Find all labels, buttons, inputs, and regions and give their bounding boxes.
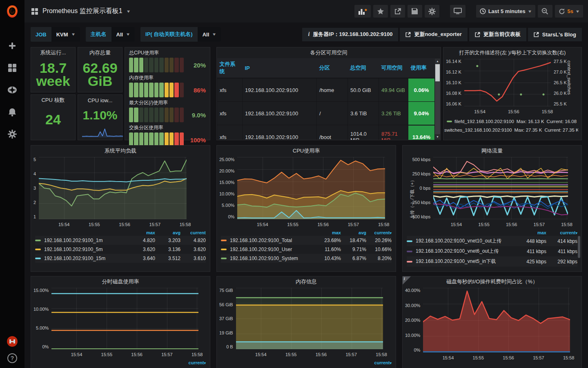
plus-icon xyxy=(8,42,16,50)
legend-item[interactable]: 192.168.100.202:9100_Total23.68%18.47%20… xyxy=(221,236,392,245)
right-axis-label: context_switches xyxy=(567,59,572,106)
legend-item[interactable]: 192.168.100.202:9100_User11.60%9.71%10.6… xyxy=(221,245,392,254)
col-total[interactable]: 总空间 xyxy=(348,58,379,78)
panel-cpu-cores[interactable]: CPU 核数 24 xyxy=(31,94,76,140)
compass-icon xyxy=(7,85,17,95)
gauge-label: 内存使用率 xyxy=(129,74,206,81)
gauge-segment xyxy=(159,108,163,122)
x-axis-ticks: 15:5415:5515:5615:5715:58 xyxy=(236,352,383,359)
gauge-segment xyxy=(154,83,158,97)
plot-area[interactable]: 15:5415:5615:58 xyxy=(464,59,551,116)
col-usage[interactable]: 使用率 xyxy=(408,58,435,78)
sidebar-explore-button[interactable] xyxy=(7,85,17,95)
panel-title[interactable]: 网络流量 xyxy=(403,146,581,156)
legend-item[interactable]: 192.168.100.202:9100_System10.43%6.87%8.… xyxy=(221,254,392,263)
table-scrollbar[interactable]: ▲ ▼ xyxy=(435,58,440,139)
legend-item[interactable]: filefd_192.168.100.202:9100Max: 16.13 KC… xyxy=(447,117,578,126)
load-legend: maxavgcurrent 192.168.100.202:9100_1m4.8… xyxy=(31,229,210,263)
plot-area[interactable]: 15:5415:5515:5615:5715:58 xyxy=(433,157,568,229)
scrollbar-thumb[interactable] xyxy=(435,64,440,81)
col-filesystem[interactable]: 文件系统 xyxy=(217,58,243,78)
gauge-segment xyxy=(154,58,158,72)
panel-title[interactable]: 系统运行... xyxy=(31,47,75,58)
panel-cpu[interactable]: CPU使用率 25.00%20.00%15.00%10.00%5.00%0%15… xyxy=(216,145,396,272)
plot-area[interactable]: 15:5415:5515:5615:5715:58 xyxy=(51,288,198,359)
sidebar-add-button[interactable] xyxy=(7,41,17,51)
panel-memory[interactable]: 内存信息 75 GiB56 GiB37 GiB19 GiB0 B15:5415:… xyxy=(216,276,396,368)
panel-title[interactable]: CPU 核数 xyxy=(31,95,75,105)
user-avatar[interactable] xyxy=(7,336,18,347)
x-axis-ticks: 15:5415:5515:5615:5715:58 xyxy=(51,352,198,359)
col-ip[interactable]: IP xyxy=(243,58,317,78)
gauge-bars xyxy=(129,108,184,122)
plot-area[interactable]: 15:5415:5515:5615:5715:58 xyxy=(423,288,570,362)
panel-uptime[interactable]: 系统运行... 18.7 week xyxy=(31,47,76,92)
gauge-segment xyxy=(174,83,178,97)
gauge-segment xyxy=(149,83,153,97)
gauge-cpu: 总CPU使用率 20% xyxy=(125,47,210,72)
panel-fs-table[interactable]: 各分区可用空间 文件系统 IP 分区 总空间 可用空间 使用率 xfs192.1… xyxy=(216,47,441,140)
gauge-segment xyxy=(180,58,184,72)
y-axis-ticks: 25.00%20.00%15.00%10.00%5.00%0% xyxy=(219,157,237,219)
panel-title[interactable]: 磁盘每秒的I/O操作耗费时间占比（%） xyxy=(403,276,581,287)
panel-title[interactable]: 各分区可用空间 xyxy=(217,47,441,58)
panel-info-icon[interactable]: i xyxy=(403,276,411,285)
sidebar-dashboards-button[interactable] xyxy=(7,63,17,73)
plot-area[interactable]: 15:5415:5515:5615:5715:58 xyxy=(39,157,187,229)
plot-area[interactable]: 15:5415:5515:5615:5715:58 xyxy=(237,157,385,229)
sidebar-settings-button[interactable] xyxy=(7,129,17,139)
usage-cell: 0.06% xyxy=(408,79,434,101)
filefd-chart: 16.14 K16.12 K16.10 K16.08 K16.06 K15:54… xyxy=(443,58,581,116)
panel-title[interactable]: 打开的文件描述符(左 )/每秒上下文切换次数(右) xyxy=(443,47,581,58)
memtotal-value: 62.69 GiB xyxy=(78,61,122,88)
panel-title[interactable]: 系统平均负载 xyxy=(31,146,210,156)
plot-area[interactable]: 15:5415:5515:5615:5715:58 xyxy=(236,288,383,359)
sidebar-alerting-button[interactable] xyxy=(7,107,17,117)
panel-bar-gauges[interactable]: 总CPU使用率 20% 内存使用率 86% 最大分区(/)使用率 9.0% 交换… xyxy=(125,47,210,140)
legend-item[interactable]: 192.168.100.202:9100_15m3.6403.5123.610 xyxy=(35,254,206,263)
col-available[interactable]: 可用空间 xyxy=(379,58,408,78)
legend-scrollbar[interactable] xyxy=(578,236,580,258)
help-button[interactable]: ? xyxy=(7,353,17,363)
plot-area[interactable] xyxy=(82,127,123,139)
gauge-segment xyxy=(174,108,178,122)
panel-title[interactable]: 分时磁盘使用率 xyxy=(31,276,210,287)
x-axis-ticks: 15:5415:5515:5615:5715:58 xyxy=(423,355,570,362)
gauge-segment xyxy=(174,58,178,72)
panel-network[interactable]: 网络流量 上传（-）/下载（+）500 kbps250 kbps0 bps-25… xyxy=(402,145,582,272)
scroll-down-icon[interactable]: ▼ xyxy=(435,134,440,139)
panel-disk-usage[interactable]: 分时磁盘使用率 15.00%10.00%5.00%0%15:5415:5515:… xyxy=(31,276,210,368)
legend-item[interactable]: 192.168.100.202:9100_vnet5_in下载425 kbps2… xyxy=(407,256,577,267)
panel-title[interactable]: CPU使用率 xyxy=(217,146,396,156)
table-row: xfs192.168.100.202:9100/ 3.6 TiB3.26 TiB… xyxy=(217,102,435,125)
panel-disk-io[interactable]: i 磁盘每秒的I/O操作耗费时间占比（%） 40.00%30.00%20.00%… xyxy=(402,276,582,368)
uptime-value: 18.7 week xyxy=(31,61,75,88)
gauge-segment xyxy=(144,83,148,97)
disk-io-chart: 40.00%30.00%20.00%10.00%0%15:5415:5515:5… xyxy=(403,287,581,362)
cpu-cores-value: 24 xyxy=(31,113,75,126)
legend-item[interactable]: switches_192.168.100.202:9100Max: 27.35 … xyxy=(444,126,578,135)
panel-title[interactable]: CPU iow... xyxy=(78,95,122,105)
gauge-segment xyxy=(149,58,153,72)
panel-memtotal[interactable]: 内存总量 62.69 GiB xyxy=(78,47,122,92)
y-axis-ticks: 75 GiB56 GiB37 GiB19 GiB0 B xyxy=(219,288,236,349)
x-axis-ticks: 15:5415:5515:5615:5715:58 xyxy=(237,222,385,229)
panel-load[interactable]: 系统平均负载 5432115:5415:5515:5615:5715:58 ma… xyxy=(31,145,210,272)
grafana-logo[interactable] xyxy=(0,0,24,23)
panel-filefd[interactable]: 打开的文件描述符(左 )/每秒上下文切换次数(右) 16.14 K16.12 K… xyxy=(443,47,582,140)
x-axis-ticks: 15:5415:5615:58 xyxy=(464,109,551,116)
legend-item[interactable]: 192.168.100.202:9100_5m3.6203.1363.620 xyxy=(35,245,206,254)
table-row: xfs192.168.100.202:9100/boot 1014.0 MiB8… xyxy=(217,125,435,141)
legend-item[interactable]: 192.168.100.202:9100_vnet6_out上传411 kbps… xyxy=(407,246,577,256)
panel-cpu-iowait[interactable]: CPU iow... 1.10% xyxy=(78,94,122,140)
scroll-up-icon[interactable]: ▲ xyxy=(435,58,440,64)
grafana-flame-icon xyxy=(5,4,19,18)
legend-item[interactable]: 192.168.100.202:9100_vnet10_out上传448 kbp… xyxy=(407,236,577,246)
legend-item[interactable]: 192.168.100.202:9100_1m4.8203.2034.820 xyxy=(35,236,206,245)
x-axis-ticks: 15:5415:5515:5615:5715:58 xyxy=(39,222,187,229)
panel-title[interactable]: 内存总量 xyxy=(78,47,122,58)
panel-title[interactable]: 内存信息 xyxy=(217,276,396,287)
gauge-segment xyxy=(169,58,174,72)
gauge-segment xyxy=(129,58,133,72)
col-partition[interactable]: 分区 xyxy=(317,58,348,78)
